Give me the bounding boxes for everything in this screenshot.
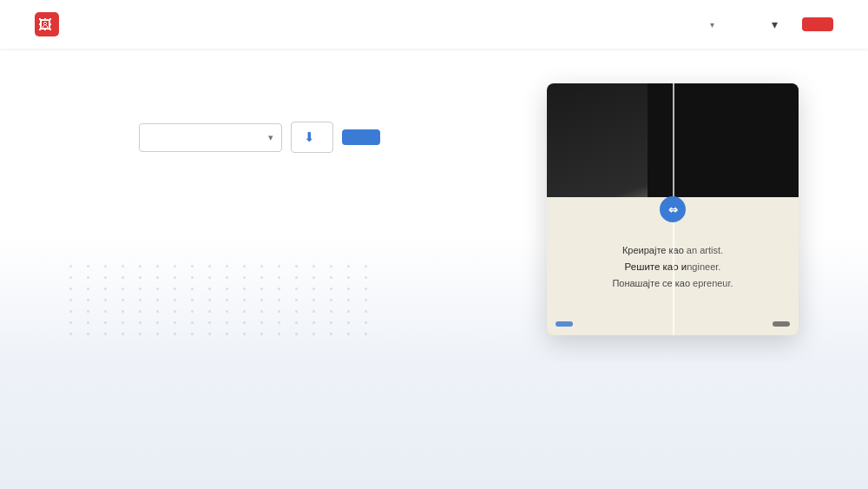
dot [365,276,367,279]
dot [191,265,194,268]
dot [365,321,367,324]
dot [208,333,211,335]
dot [347,333,350,335]
dot [365,287,367,290]
dot [104,299,107,301]
dot [87,265,89,268]
navbar: 🖼 ▾ ▾ [0,0,868,49]
dot [243,276,246,279]
dot [174,321,176,324]
dot [87,276,89,279]
dot [208,310,211,313]
dot [191,287,194,290]
dot [295,333,298,335]
dot [174,276,176,279]
dot [122,276,124,279]
dot [104,310,107,313]
language-selector[interactable]: ▾ [763,17,778,31]
dot [122,287,124,290]
dot [104,276,107,279]
dot [156,333,159,335]
dots-decoration: const dotsGrid = document.querySelector(… [69,265,373,335]
dot [139,287,141,290]
dot [226,310,228,313]
dot [278,276,280,279]
choose-file-button[interactable]: ⬇ [291,122,333,153]
dot [312,321,315,324]
compare-handle[interactable]: ⇔ [660,196,686,222]
translated-label [556,321,573,327]
dot [104,333,107,335]
dot [330,321,332,324]
language-select-wrapper[interactable]: Spanish French German Serbian [139,123,282,152]
dot [226,276,228,279]
try-now-button[interactable] [802,17,833,31]
dot [347,265,350,268]
dot [260,265,263,268]
logo-icon: 🖼 [35,12,59,36]
logo[interactable]: 🖼 [35,12,66,36]
dot [278,265,280,268]
dot [69,299,72,301]
dot [139,321,141,324]
dot [295,276,298,279]
dot [260,299,263,301]
dot [243,310,246,313]
dot [312,299,315,301]
dot [87,321,89,324]
dot [156,265,159,268]
dot [139,299,141,301]
dot [365,333,367,335]
dot [174,333,176,335]
dot [330,299,332,301]
dot [139,310,141,313]
dot [330,333,332,335]
nav-link-translators[interactable]: ▾ [707,20,714,30]
image-compare-widget: Креирајте као an artist. Решите као иngi… [547,83,799,335]
dot [139,276,141,279]
dot [330,276,332,279]
dot [122,299,124,301]
dot [260,321,263,324]
dot [312,310,315,313]
dot [243,287,246,290]
dot [347,287,350,290]
dot [208,276,211,279]
dot [260,310,263,313]
dot [104,265,107,268]
dot [295,299,298,301]
language-select[interactable]: Spanish French German Serbian [139,123,282,152]
dot [156,310,159,313]
dot [122,310,124,313]
bottom-section [0,361,868,489]
translate-button[interactable] [342,129,380,145]
dot [208,321,211,324]
dot [208,265,211,268]
dot [191,299,194,301]
dot [365,299,367,301]
dot [174,299,176,301]
dot [260,276,263,279]
dot [226,287,228,290]
chevron-down-icon: ▾ [710,20,714,30]
hero-controls: Spanish French German Serbian ⬇ [139,122,380,153]
dot [87,287,89,290]
dot [156,276,159,279]
dot [104,321,107,324]
svg-text:🖼: 🖼 [38,17,52,32]
dot [278,333,280,335]
dot [226,333,228,335]
dot [312,276,315,279]
hero-section: Spanish French German Serbian ⬇ const do… [0,49,868,361]
dot [330,265,332,268]
dot [69,287,72,290]
dot [243,299,246,301]
dot [104,287,107,290]
dot [69,276,72,279]
dot [69,265,72,268]
dot [174,287,176,290]
dot [87,310,89,313]
dot [69,333,72,335]
dot [191,310,194,313]
dot [243,265,246,268]
